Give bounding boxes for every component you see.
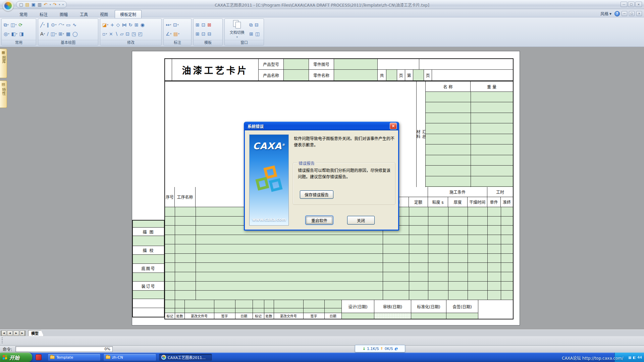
save-icon[interactable]: ▣ — [32, 2, 36, 7]
tile-horizontal-icon[interactable]: ⊟ — [254, 21, 259, 28]
ribbon: ⧉▾ ◫▾ ⟳ ◎▾ ◧▾ ◨ 常用 ╱▾ ∥ ⊙▾ ◠▾ ▭ — [0, 17, 644, 47]
coordinate-icon[interactable]: ∠▾ — [165, 31, 172, 37]
nav-prev-icon[interactable]: ◀ — [7, 330, 13, 336]
undo-icon[interactable]: ↶ — [44, 2, 47, 7]
start-button[interactable]: 开始 — [0, 353, 32, 362]
restore-button[interactable]: ▢ — [628, 2, 635, 7]
line-icon[interactable]: ╱▾ — [40, 21, 45, 28]
block-icon[interactable]: ◫▾ — [50, 31, 57, 37]
circle-icon[interactable]: ⊙▾ — [50, 21, 57, 28]
close-button[interactable]: × — [635, 2, 642, 7]
tab-gongju[interactable]: 工具 — [74, 10, 93, 18]
spline-icon[interactable]: ∿ — [72, 21, 77, 28]
network-speed-widget[interactable]: ↓ 1.1K/S ↑ 0K/S e — [355, 345, 405, 352]
fill-icon[interactable]: ◨ — [18, 31, 24, 37]
tray-keyboard-icon[interactable]: ▦ — [628, 356, 631, 359]
hatch-icon[interactable]: ▦ — [65, 31, 71, 37]
convert-icon[interactable]: ◧▾ — [11, 31, 18, 37]
offset-icon[interactable]: ▱ — [119, 31, 124, 37]
arc-icon[interactable]: ◠▾ — [58, 21, 65, 28]
zoom-tool-icon[interactable]: ◎▾ — [3, 31, 10, 37]
refresh-icon[interactable]: ⟳ — [18, 21, 23, 28]
scale-icon[interactable]: ◇ — [115, 21, 120, 28]
upload-arrow-icon: ↑ — [380, 347, 383, 351]
clip-icon[interactable]: ⊡ — [125, 31, 130, 37]
template-new-icon[interactable]: ⊞ — [195, 21, 200, 28]
stamp-icon[interactable]: ◉ — [140, 21, 145, 28]
template-delete-icon[interactable]: ⊠ — [207, 21, 212, 28]
open-icon[interactable]: ▤ — [25, 2, 29, 7]
tab-changyong[interactable]: 常用 — [14, 10, 33, 18]
extend-icon[interactable]: ∖ — [114, 31, 119, 37]
ribbon-group-modify: ◪▾ + ◇ ⋈ ↻ ⊞ ◉ ▫▾ × ∖ ▱ ⊡ ◳ ◰ — [100, 18, 162, 46]
taskbar-item-caxa[interactable]: CAXA工艺图表2011... — [159, 354, 212, 361]
tray-status-icon[interactable]: ◧ — [633, 356, 636, 359]
command-input[interactable]: 0% — [15, 346, 113, 352]
template-edit-icon[interactable]: ⊟ — [207, 31, 212, 37]
restart-software-button[interactable]: 重启软件 — [306, 216, 333, 225]
rotate-icon[interactable]: ↻ — [128, 21, 133, 28]
array-icon[interactable]: ⊞ — [134, 21, 139, 28]
dialog-close-icon[interactable]: × — [390, 123, 397, 129]
tab-tufu[interactable]: 图幅 — [54, 10, 73, 18]
ellipse-icon[interactable]: ◯ — [72, 31, 78, 37]
nav-first-icon[interactable]: ◀ — [1, 330, 6, 336]
redo-icon[interactable]: ↷ — [53, 2, 57, 7]
taskbar-item-template[interactable]: Template — [48, 354, 101, 361]
tab-mobandingzhi[interactable]: 模板定制 — [115, 10, 142, 18]
trim-icon[interactable]: × — [108, 31, 114, 37]
dim-edit-icon[interactable]: ▤▾ — [173, 31, 180, 37]
copy-icon[interactable]: ⧉▾ — [3, 21, 9, 28]
doc-restore-button[interactable]: ▢ — [629, 11, 635, 16]
text-icon[interactable]: A▾ — [40, 31, 46, 37]
sidebar-tab-properties[interactable]: ▤ 特性 — [0, 80, 7, 108]
point-icon[interactable]: ∕ — [46, 31, 49, 37]
dialog-close-button[interactable]: 关闭 — [347, 216, 375, 225]
mirror-icon[interactable]: ⋈ — [121, 21, 127, 28]
style-dropdown[interactable]: 风格▾ — [599, 10, 613, 17]
quick-launch-icon[interactable] — [36, 354, 42, 360]
tab-biaozhu[interactable]: 标注 — [34, 10, 53, 18]
table-tool-icon[interactable]: ⊞▾ — [58, 31, 65, 37]
select-icon[interactable]: ▫▾ — [102, 31, 108, 37]
brush-icon[interactable]: ◪▾ — [102, 21, 109, 28]
sidebar-tab-library[interactable]: ▦ 图库 — [0, 49, 7, 78]
doc-switch-dropdown-icon: ▾ — [236, 36, 238, 39]
template-grid-icon[interactable]: ⊞ — [195, 31, 200, 37]
dimension-icon[interactable]: ↔▾ — [165, 21, 172, 28]
undo-dropdown-icon[interactable]: ▾ — [50, 3, 51, 6]
toolbar-grip[interactable] — [2, 338, 3, 344]
label-tool-icon[interactable]: ⊡▾ — [172, 21, 179, 28]
template-find-icon[interactable]: ⊡ — [201, 31, 206, 37]
arrange-icons-icon[interactable]: ⊞ — [249, 31, 254, 37]
qat-customize-icon[interactable]: ▾ — [62, 3, 64, 6]
dialog-title-bar[interactable]: 系统错误 — [245, 122, 398, 130]
redo-dropdown-icon[interactable]: ▾ — [59, 3, 60, 6]
doc-minimize-button[interactable]: — — [622, 11, 627, 16]
template-browse-icon[interactable]: ⊡ — [201, 21, 206, 28]
save-error-report-button[interactable]: 保存错误报告 — [300, 190, 333, 199]
model-sheet-tab[interactable]: 模型 — [28, 330, 44, 336]
new-icon[interactable]: ▢ — [19, 2, 23, 7]
rectangle-icon[interactable]: ▭ — [65, 21, 71, 28]
nav-last-icon[interactable]: ▶ — [20, 330, 25, 336]
system-error-dialog: 系统错误 × CAXA® www.caxa.com 软件问题导致电子图板意外关闭… — [244, 122, 399, 231]
nav-next-icon[interactable]: ▶ — [13, 330, 19, 336]
cascade-windows-icon[interactable]: ⧉ — [249, 21, 253, 28]
cube-icon[interactable]: ◳ — [131, 31, 137, 37]
app-logo-button[interactable] — [3, 0, 13, 11]
ie-icon[interactable]: e — [394, 346, 398, 352]
move-icon[interactable]: + — [110, 21, 115, 28]
tab-shitu[interactable]: 视图 — [95, 10, 113, 18]
minimize-button[interactable]: — — [621, 2, 627, 7]
taskbar-item-zhcn[interactable]: zh-CN — [103, 354, 156, 361]
tile-vertical-icon[interactable]: ◫ — [255, 31, 260, 37]
corner-icon[interactable]: ◰ — [137, 31, 143, 37]
paste-icon[interactable]: ◫▾ — [10, 21, 17, 28]
doc-close-button[interactable]: × — [636, 11, 642, 16]
print-icon[interactable]: ▥ — [38, 2, 42, 7]
help-icon[interactable]: ? — [614, 11, 620, 16]
parallel-icon[interactable]: ∥ — [46, 21, 50, 28]
doc-switch-button[interactable]: 文档切换 ▾ — [228, 20, 247, 39]
table-cell-green — [133, 291, 164, 299]
